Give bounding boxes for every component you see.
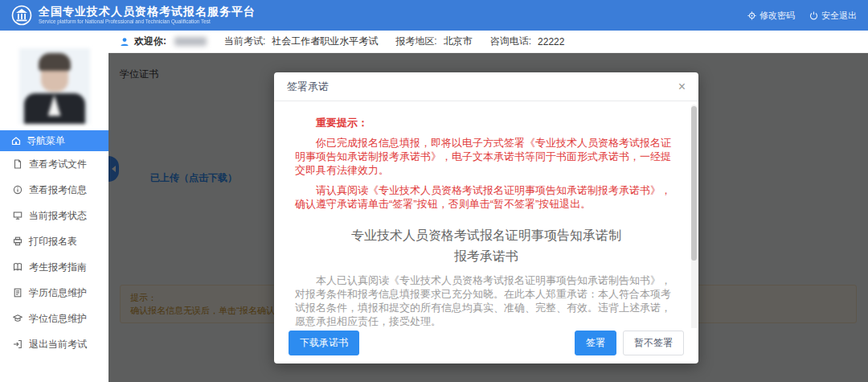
topbar-links: 修改密码 安全退出 (747, 10, 857, 22)
info-icon (13, 185, 23, 195)
scrollbar-thumb[interactable] (691, 106, 697, 261)
sidebar: 导航菜单 查看考试文件 查看报考信息 (0, 31, 108, 382)
user-info-bar: 欢迎你: 当前考试: 社会工作者职业水平考试 报考地区: 北京市 咨询电话: 2… (108, 31, 868, 53)
brand: 全国专业技术人员资格考试报名服务平台 Service platform for … (11, 5, 256, 26)
region-value: 北京市 (444, 35, 473, 48)
sidebar-item-label: 学位信息维护 (29, 312, 87, 326)
home-icon (11, 136, 21, 146)
sidebar-item-exit-exam[interactable]: 退出当前考试 (0, 331, 108, 357)
sidebar-item-application-status[interactable]: 当前报考状态 (0, 203, 108, 228)
commitment-doc-title: 专业技术人员资格考试报名证明事项告知承诺制 报考承诺书 (295, 225, 678, 267)
sidebar-item-label: 学历信息维护 (29, 286, 87, 300)
modal-body: 重要提示： 你已完成报名信息填报，即将以电子方式签署《专业技术人员资格考试报名证… (274, 101, 698, 328)
user-icon (120, 37, 129, 47)
welcome-label: 欢迎你: (134, 35, 166, 48)
change-password-label: 修改密码 (760, 10, 795, 22)
platform-logo-icon (11, 5, 32, 26)
power-icon (809, 11, 818, 20)
sidebar-item-print-form[interactable]: 打印报名表 (0, 228, 108, 254)
modal-header: 签署承诺 × (274, 72, 698, 101)
logout-link[interactable]: 安全退出 (809, 10, 857, 22)
page: 全国专业技术人员资格考试报名服务平台 Service platform for … (0, 0, 868, 382)
logout-label: 安全退出 (821, 10, 857, 22)
sidebar-item-label: 当前报考状态 (29, 209, 87, 223)
sidebar-item-application-info[interactable]: 查看报考信息 (0, 177, 108, 203)
sidebar-item-label: 退出当前考试 (29, 338, 87, 351)
nav-menu-header: 导航菜单 (0, 130, 108, 151)
nav-menu-label: 导航菜单 (27, 134, 65, 148)
brand-text: 全国专业技术人员资格考试报名服务平台 Service platform for … (39, 6, 256, 25)
doc-title-line-2: 报考承诺书 (454, 249, 518, 263)
sidebar-item-label: 打印报名表 (29, 235, 77, 249)
modal-scrollbar[interactable] (691, 105, 697, 328)
sidebar-item-label: 查看报考信息 (29, 183, 87, 197)
modal-footer: 下载承诺书 签署 暂不签署 (274, 328, 698, 364)
close-icon[interactable]: × (678, 80, 686, 93)
sidebar-item-education-info[interactable]: 学历信息维护 (0, 280, 108, 306)
sign-button[interactable]: 签署 (575, 331, 616, 355)
exam-label: 当前考试: (224, 35, 265, 48)
download-commitment-button[interactable]: 下载承诺书 (289, 331, 359, 355)
sidebar-item-candidate-guide[interactable]: 考生报考指南 (0, 254, 108, 280)
printer-icon (13, 236, 23, 246)
doc-title-line-1: 专业技术人员资格考试报名证明事项告知承诺制 (351, 228, 621, 242)
exit-icon (13, 339, 23, 349)
modal-title: 签署承诺 (287, 80, 329, 94)
gear-icon (747, 11, 756, 20)
sign-commitment-modal: 签署承诺 × 重要提示： 你已完成报名信息填报，即将以电子方式签署《专业技术人员… (274, 72, 698, 364)
important-notice-para-1: 你已完成报名信息填报，即将以电子方式签署《专业技术人员资格考试报名证明事项告知承… (295, 136, 678, 177)
graduation-cap-icon (13, 314, 23, 323)
book-icon (13, 262, 23, 272)
monitor-icon (13, 211, 23, 220)
avatar (19, 48, 90, 124)
app-header: 全国专业技术人员资格考试报名服务平台 Service platform for … (0, 0, 868, 31)
important-notice-label: 重要提示： (295, 116, 678, 129)
commitment-body-para-1: 本人已认真阅读《专业技术人员资格考试报名证明事项告知承诺制告知书》，对报考条件和… (295, 273, 678, 328)
region-label: 报考地区: (395, 35, 436, 48)
file-icon (13, 288, 23, 298)
phone-value: 22222 (538, 36, 564, 47)
sidebar-item-label: 考生报考指南 (29, 261, 87, 274)
important-notice-para-2: 请认真阅读《专业技术人员资格考试报名证明事项告知承诺制报考承诺书》，确认遵守承诺… (295, 183, 678, 211)
document-icon (13, 159, 23, 169)
app-subtitle: Service platform for National Profession… (39, 18, 238, 24)
exam-value: 社会工作者职业水平考试 (272, 35, 378, 48)
decline-button[interactable]: 暂不签署 (623, 331, 684, 355)
phone-label: 咨询电话: (490, 35, 531, 48)
sidebar-item-label: 查看考试文件 (29, 158, 87, 171)
app-title: 全国专业技术人员资格考试报名服务平台 (39, 6, 256, 18)
change-password-link[interactable]: 修改密码 (747, 10, 795, 22)
sidebar-item-degree-info[interactable]: 学位信息维护 (0, 306, 108, 331)
user-name-blurred (174, 37, 207, 46)
sidebar-item-exam-files[interactable]: 查看考试文件 (0, 151, 108, 177)
